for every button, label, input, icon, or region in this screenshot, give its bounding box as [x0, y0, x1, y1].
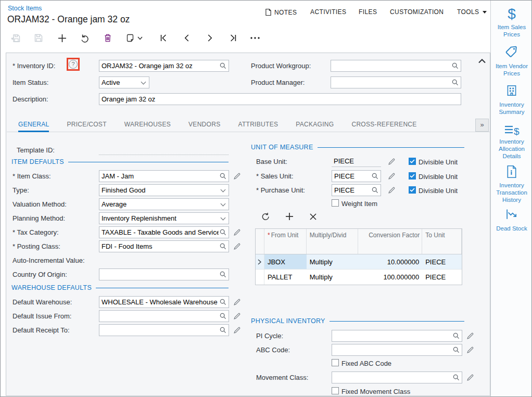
tax-category-field[interactable]: TAXABLE - Taxable Goods and Services: [99, 226, 229, 238]
sidebar-item-inventory-allocation-details[interactable]: $ Inventory Allocation Details: [491, 123, 532, 160]
country-of-origin-field[interactable]: [99, 268, 229, 280]
sidebar-item-inventory-transaction-history[interactable]: Inventory Transaction History: [491, 165, 532, 203]
edit-pencil-icon[interactable]: [466, 374, 474, 381]
divisible-unit-checkbox[interactable]: [409, 186, 416, 194]
tab-packaging[interactable]: PACKAGING: [296, 117, 334, 132]
col-to-unit[interactable]: To Unit: [422, 229, 462, 254]
planning-method-select[interactable]: Inventory Replenishment: [99, 212, 229, 224]
search-icon[interactable]: [452, 79, 459, 86]
menu-activities[interactable]: ACTIVITIES: [310, 8, 346, 16]
movement-class-field[interactable]: [332, 372, 462, 383]
divisible-unit-checkbox[interactable]: [409, 158, 416, 165]
search-icon[interactable]: [220, 271, 226, 278]
tab-general[interactable]: GENERAL: [18, 117, 49, 132]
tab-cross-reference[interactable]: CROSS-REFERENCE: [351, 117, 416, 132]
type-select[interactable]: Finished Good: [99, 184, 229, 196]
delete-button[interactable]: [101, 31, 115, 45]
breadcrumb[interactable]: Stock Items: [8, 5, 42, 12]
default-warehouse-label: Default Warehouse:: [12, 298, 72, 306]
check-icon: [410, 159, 415, 163]
tax-category-label: * Tax Category:: [12, 228, 59, 236]
sidebar-item-item-vendor-prices[interactable]: Item Vendor Prices: [491, 45, 532, 77]
search-icon[interactable]: [452, 62, 459, 69]
grid-refresh-button[interactable]: [259, 210, 272, 223]
default-receipt-to-field[interactable]: [99, 324, 229, 336]
default-warehouse-field[interactable]: WHOLESALE - Wholesale Warehouse: [99, 296, 229, 308]
row-selector[interactable]: [256, 270, 264, 285]
edit-pencil-icon[interactable]: [388, 158, 396, 165]
weight-item-checkbox[interactable]: [332, 199, 339, 207]
go-previous-button[interactable]: [180, 31, 194, 45]
search-icon[interactable]: [220, 62, 226, 69]
sidebar-item-dead-stock[interactable]: Dead Stock: [491, 208, 532, 232]
collapse-summary-button[interactable]: [478, 56, 486, 66]
edit-pencil-icon[interactable]: [388, 186, 396, 194]
sidebar-item-item-sales-prices[interactable]: $ Item Sales Prices: [491, 7, 532, 38]
search-icon[interactable]: [220, 243, 226, 250]
go-last-button[interactable]: [226, 31, 240, 45]
default-issue-from-field[interactable]: [99, 310, 229, 322]
document-tag-icon: [505, 165, 518, 178]
menu-notes[interactable]: NOTES: [265, 8, 297, 16]
edit-pencil-icon[interactable]: [466, 332, 474, 340]
item-class-field[interactable]: JAM - Jam: [99, 170, 229, 182]
tab-warehouses[interactable]: WAREHOUSES: [124, 117, 171, 132]
description-field[interactable]: Orange jam 32 oz: [99, 93, 461, 105]
product-workgroup-field[interactable]: [331, 60, 461, 72]
tab-price-cost[interactable]: PRICE/COST: [67, 117, 106, 132]
menu-tools[interactable]: TOOLS: [457, 8, 487, 16]
purchase-unit-field[interactable]: PIECE: [332, 184, 381, 196]
tab-attributes[interactable]: ATTRIBUTES: [238, 117, 278, 132]
row-selector[interactable]: [256, 254, 264, 269]
search-icon[interactable]: [372, 173, 378, 180]
search-icon[interactable]: [453, 347, 460, 353]
valuation-method-select[interactable]: Average: [99, 198, 229, 210]
edit-pencil-icon[interactable]: [233, 326, 241, 334]
menu-files[interactable]: FILES: [359, 8, 377, 16]
go-first-button[interactable]: [157, 31, 170, 45]
grid-add-row-button[interactable]: [283, 210, 296, 223]
copy-paste-button[interactable]: [123, 31, 137, 45]
table-row[interactable]: JBOX Multiply 10.000000 PIECE: [256, 254, 462, 270]
grid-delete-row-button[interactable]: [307, 210, 319, 223]
inventory-id-field[interactable]: ORJAM32 - Orange jam 32 oz: [99, 60, 229, 72]
item-status-select[interactable]: Active: [99, 76, 149, 88]
col-multiply-divide[interactable]: Multiply/Divid: [307, 229, 358, 254]
edit-pencil-icon[interactable]: [233, 242, 241, 250]
search-icon[interactable]: [453, 332, 460, 339]
edit-pencil-icon[interactable]: [233, 172, 241, 180]
go-next-button[interactable]: [203, 31, 217, 45]
search-icon[interactable]: [220, 327, 226, 334]
edit-pencil-icon[interactable]: [466, 346, 474, 354]
product-manager-field[interactable]: [331, 76, 461, 88]
more-options-button[interactable]: [248, 31, 262, 45]
sales-unit-field[interactable]: PIECE: [332, 170, 381, 182]
table-row[interactable]: PALLET Multiply 100.000000 PIECE: [256, 270, 462, 285]
divisible-unit-checkbox[interactable]: [409, 172, 416, 180]
fixed-abc-code-checkbox[interactable]: [332, 359, 339, 366]
section-physical-inventory: PHYSICAL INVENTORY: [251, 317, 464, 325]
search-icon[interactable]: [453, 374, 460, 381]
search-icon[interactable]: [220, 299, 226, 305]
search-icon[interactable]: [220, 173, 226, 180]
posting-class-field[interactable]: FDI - Food Items: [99, 240, 229, 252]
edit-pencil-icon[interactable]: [233, 298, 241, 306]
undo-button[interactable]: [78, 31, 92, 45]
abc-code-field[interactable]: [332, 344, 462, 356]
tab-vendors[interactable]: VENDORS: [188, 117, 220, 132]
col-from-unit[interactable]: *From Unit: [264, 229, 307, 254]
col-conversion-factor[interactable]: Conversion Factor: [358, 229, 423, 254]
add-new-button[interactable]: [55, 31, 69, 45]
edit-pencil-icon[interactable]: [233, 228, 241, 236]
search-icon[interactable]: [372, 187, 378, 194]
sidebar-item-inventory-summary[interactable]: Inventory Summary: [491, 84, 532, 116]
tab-overflow-button[interactable]: »: [475, 119, 489, 132]
edit-pencil-icon[interactable]: [388, 172, 396, 180]
menu-customization[interactable]: CUSTOMIZATION: [390, 8, 444, 16]
pi-cycle-field[interactable]: [332, 330, 462, 342]
search-icon[interactable]: [220, 229, 226, 236]
fixed-movement-class-checkbox[interactable]: [332, 387, 339, 394]
edit-pencil-icon[interactable]: [233, 312, 241, 320]
copy-paste-dropdown[interactable]: [136, 31, 144, 45]
search-icon[interactable]: [220, 313, 226, 319]
